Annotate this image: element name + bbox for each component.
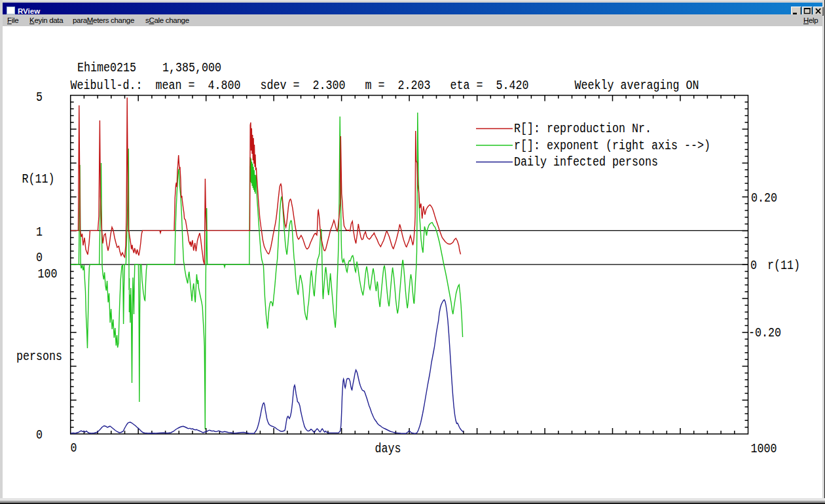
svg-text:1000: 1000 [751,441,777,456]
svg-text:R[]: reproduction Nr.: R[]: reproduction Nr. [514,121,651,136]
svg-text:Ehime0215 1,385,000: Ehime0215 1,385,000 [71,60,221,75]
svg-text:Weibull-d.: mean = 4.800 s: Weibull-d.: mean = 4.800 sdev = 2.300 m … [71,78,699,93]
svg-text:r[]: exponent (right axis -->): r[]: exponent (right axis -->) [514,138,710,153]
svg-text:0: 0 [71,441,77,456]
svg-text:persons: persons [16,349,62,364]
svg-text:R(11): R(11) [22,171,55,187]
svg-text:0.20: 0.20 [751,190,777,206]
svg-text:0: 0 [36,427,43,442]
svg-text:1: 1 [36,225,43,240]
svg-text:Daily infected persons: Daily infected persons [514,154,658,170]
svg-text:days: days [375,441,401,456]
svg-text:-0.20: -0.20 [748,325,781,340]
svg-text:0: 0 [750,258,757,273]
svg-text:100: 100 [38,266,58,281]
svg-text:5: 5 [36,90,43,105]
svg-text:0: 0 [36,250,43,265]
svg-text:r(11): r(11) [767,258,800,273]
